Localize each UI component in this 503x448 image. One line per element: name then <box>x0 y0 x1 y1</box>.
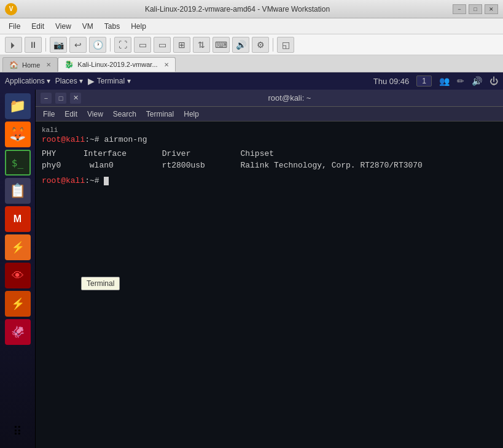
places-label: Places <box>55 77 77 85</box>
window-title: Kali-Linux-2019.2-vmware-amd64 - VMware … <box>22 5 453 14</box>
snapshot-mgr-btn[interactable]: 🕐 <box>89 37 106 53</box>
usb-btn[interactable]: ⇅ <box>193 37 210 53</box>
sidebar-redeye-icon[interactable]: 👁 <box>5 263 31 288</box>
unity-btn[interactable]: ◱ <box>277 37 294 53</box>
sidebar-burp-icon[interactable]: ⚡ <box>5 234 31 260</box>
power-btn[interactable]: ⏵ <box>5 37 22 53</box>
terminal-panel-label: Terminal <box>97 77 125 85</box>
window-controls: − □ ✕ <box>453 4 498 14</box>
terminal-minimize-btn[interactable]: − <box>41 93 52 104</box>
vmware-logo: V <box>5 3 17 15</box>
col-header-chipset: Chipset <box>240 149 274 158</box>
kali-top-panel: Applications ▾ Places ▾ ▶ Terminal ▾ Thu… <box>0 72 503 90</box>
panel-icon-users[interactable]: 👥 <box>439 76 450 86</box>
kali-tab-label: Kali-Linux-2019.2-vmwar... <box>77 61 157 68</box>
tabs-menu[interactable]: Tabs <box>99 21 125 32</box>
sidebar-grid-icon[interactable]: ⠿ <box>5 419 31 444</box>
help-menu[interactable]: Help <box>126 21 151 32</box>
edit-menu[interactable]: Edit <box>26 21 49 32</box>
panel-right: Thu 09:46 1 👥 ✏ 🔊 ⏻ <box>373 75 498 87</box>
panel-icon-power[interactable]: ⏻ <box>489 76 498 86</box>
terminal-tooltip: Terminal <box>81 277 120 290</box>
sidebar-burpsuite-icon[interactable]: ⚡ <box>5 291 31 317</box>
col-header-driver: Driver <box>162 149 236 158</box>
applications-menu[interactable]: Applications ▾ <box>5 77 50 85</box>
kali-tab-icon: 🐉 <box>64 60 74 69</box>
toolbar-sep-2 <box>110 38 111 52</box>
minimize-button[interactable]: − <box>453 4 466 14</box>
display1-btn[interactable]: ▭ <box>134 37 151 53</box>
prompt-1-user: root@kali <box>42 135 85 144</box>
toolbar-sep-1 <box>45 38 46 52</box>
sidebar-terminal-icon[interactable]: $_ <box>5 150 31 176</box>
send-key-btn[interactable]: ⌨ <box>213 37 230 53</box>
terminal-win-buttons: − □ ✕ <box>41 93 81 104</box>
home-tab-label: Home <box>22 61 40 69</box>
prev-cmd-line: kali <box>42 126 497 134</box>
pause-btn[interactable]: ⏸ <box>25 37 42 53</box>
cell-chipset: Ralink Technology, Corp. RT2870/RT3070 <box>240 161 422 170</box>
kali-sidebar: 📁 🦊 $_ 📋 M ⚡ 👁 ⚡ 🦑 ⠿ <box>0 90 36 448</box>
places-chevron-icon: ▾ <box>79 77 83 85</box>
col-header-phy: PHY <box>42 149 79 158</box>
vmware-menubar: File Edit View VM Tabs Help <box>0 18 503 34</box>
revert-btn[interactable]: ↩ <box>69 37 87 53</box>
terminal-view-menu[interactable]: View <box>84 109 107 119</box>
cell-driver: rt2800usb <box>162 161 236 170</box>
terminal-panel-icon: ▶ <box>88 76 95 86</box>
terminal-panel-item[interactable]: ▶ Terminal ▾ <box>88 76 131 86</box>
terminal-maximize-btn[interactable]: □ <box>55 93 66 104</box>
terminal-terminal-menu[interactable]: Terminal <box>142 109 177 119</box>
terminal-search-menu[interactable]: Search <box>109 109 140 119</box>
cell-interface: wlan0 <box>84 161 157 170</box>
cursor <box>104 177 109 185</box>
tab-bar: 🏠 Home ✕ 🐉 Kali-Linux-2019.2-vmwar... ✕ <box>0 55 503 72</box>
terminal-edit-menu[interactable]: Edit <box>61 109 81 119</box>
places-menu[interactable]: Places ▾ <box>55 77 83 85</box>
vm-number-badge: 1 <box>416 75 432 87</box>
display3-btn[interactable]: ⊞ <box>173 37 190 53</box>
cell-phy: phy0 <box>42 161 79 170</box>
desktop-area: 📁 WinboxPoC-master − □ ✕ root@kali: ~ <box>36 90 503 448</box>
terminal-file-menu[interactable]: File <box>39 109 58 119</box>
col-header-interface: Interface <box>84 149 157 158</box>
terminal-title: root@kali: ~ <box>81 93 498 102</box>
home-tab-close[interactable]: ✕ <box>46 61 51 68</box>
applications-label: Applications <box>5 77 45 85</box>
sidebar-files-icon[interactable]: 📁 <box>5 93 31 119</box>
cmd-airmon: airmon-ng <box>104 135 147 144</box>
tab-home[interactable]: 🏠 Home ✕ <box>2 57 58 72</box>
terminal-help-menu[interactable]: Help <box>180 109 203 119</box>
prompt-2-path: :~# <box>85 176 104 185</box>
table-header-row: PHY Interface Driver Chipset <box>42 149 497 158</box>
kali-tab-close[interactable]: ✕ <box>164 61 169 68</box>
maximize-button[interactable]: □ <box>469 4 482 14</box>
settings-btn[interactable]: ⚙ <box>252 37 269 53</box>
panel-icon-volume[interactable]: 🔊 <box>472 76 482 86</box>
close-button[interactable]: ✕ <box>485 4 498 14</box>
sidebar-kraken-icon[interactable]: 🦑 <box>5 319 31 345</box>
kali-desktop: Applications ▾ Places ▾ ▶ Terminal ▾ Thu… <box>0 72 503 448</box>
toolbar-sep-3 <box>273 38 273 52</box>
apps-chevron-icon: ▾ <box>47 77 50 85</box>
fullscreen-btn[interactable]: ⛶ <box>114 37 131 53</box>
kali-main-area: 📁 🦊 $_ 📋 M ⚡ 👁 ⚡ 🦑 ⠿ <box>0 90 503 448</box>
display2-btn[interactable]: ▭ <box>154 37 171 53</box>
vmware-titlebar: V Kali-Linux-2019.2-vmware-amd64 - VMwar… <box>0 0 503 18</box>
terminal-close-btn[interactable]: ✕ <box>70 93 81 104</box>
view-menu[interactable]: View <box>50 21 76 32</box>
home-tab-icon: 🏠 <box>9 61 18 69</box>
sidebar-firefox-icon[interactable]: 🦊 <box>5 122 31 147</box>
panel-icon-pencil[interactable]: ✏ <box>457 76 464 86</box>
file-menu[interactable]: File <box>4 21 25 32</box>
sidebar-notes-icon[interactable]: 📋 <box>5 178 31 204</box>
sidebar-maltego-icon[interactable]: M <box>5 206 31 232</box>
cmd-line-2: root@kali:~# <box>42 176 497 185</box>
snapshot-btn[interactable]: 📷 <box>50 37 67 53</box>
vm-menu[interactable]: VM <box>77 21 98 32</box>
audio-btn[interactable]: 🔊 <box>232 37 249 53</box>
tab-kali[interactable]: 🐉 Kali-Linux-2019.2-vmwar... ✕ <box>58 57 175 72</box>
cmd-line-1: root@kali:~# airmon-ng <box>42 135 497 144</box>
terminal-menubar: File Edit View Search Terminal Help <box>36 107 503 122</box>
terminal-titlebar: − □ ✕ root@kali: ~ <box>36 90 503 107</box>
